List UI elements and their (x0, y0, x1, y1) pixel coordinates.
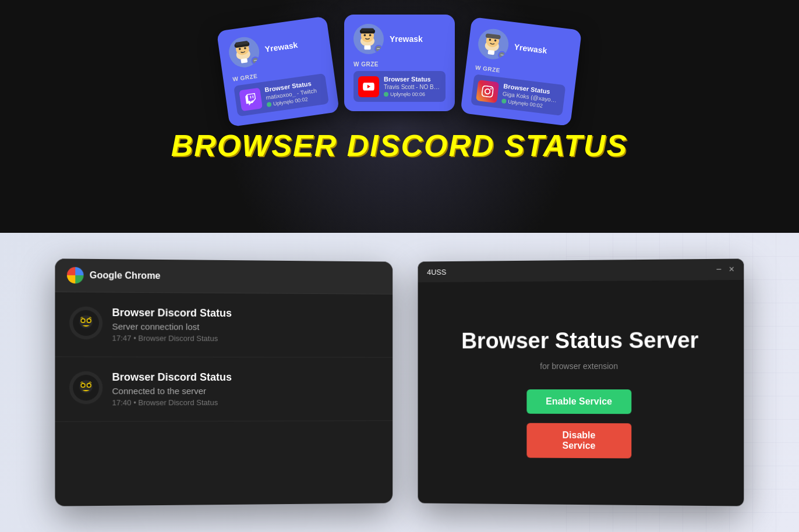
minimize-button[interactable]: − (716, 265, 722, 274)
svg-rect-23 (487, 50, 494, 55)
card-username-3: Yrewask (514, 42, 547, 55)
card-avatar-2 (353, 24, 384, 54)
chrome-header: Google Chrome (55, 258, 393, 295)
svg-point-35 (82, 384, 84, 387)
server-app-name: 4USS (427, 267, 446, 276)
titlebar-controls: − × (716, 265, 734, 274)
main-title: BROWSER DISCORD STATUS (171, 128, 628, 163)
chrome-header-title: Google Chrome (90, 270, 161, 281)
notif-icon-1 (69, 306, 102, 339)
close-button[interactable]: × (729, 265, 734, 274)
discord-card-2: Yrewask W GRZE Browser Status Travis Sco… (344, 15, 455, 111)
time-dot-2 (384, 92, 388, 97)
status-badge-3 (497, 51, 507, 60)
svg-rect-15 (361, 28, 374, 31)
server-main-title: Browser Status Server (461, 327, 698, 354)
notification-item-2: Browser Discord Status Connected to the … (55, 357, 393, 421)
twitch-icon (239, 87, 263, 111)
notif-meta-1: 17:47 • Browser Discord Status (112, 334, 379, 343)
notif-message-2: Connected to the server (112, 386, 379, 396)
chrome-panel: Google Chrome Browser Disco (55, 258, 393, 506)
notif-content-1: Browser Discord Status Server connection… (112, 307, 379, 343)
notif-title-2: Browser Discord Status (112, 371, 379, 384)
svg-point-36 (87, 384, 90, 387)
svg-point-13 (369, 34, 372, 37)
time-dot-1 (267, 102, 272, 107)
activity-info-1: Browser Status matixoxoo_ - Twitch Upłyn… (264, 79, 324, 108)
card-username-1: Yrewask (264, 40, 299, 54)
card-avatar-row-1: Yrewask (227, 27, 323, 69)
card-activity-3: Browser Status Giga Koks (@xayoo777... U… (471, 74, 565, 116)
notification-item-1: Browser Discord Status Server connection… (55, 292, 393, 357)
time-dot-3 (501, 98, 507, 104)
activity-time-2: Upłynęło 00:06 (384, 91, 441, 97)
server-body: Browser Status Server for browser extens… (418, 280, 744, 506)
svg-point-29 (82, 319, 84, 322)
instagram-icon (476, 80, 499, 103)
youtube-icon (358, 76, 379, 97)
svg-rect-16 (364, 45, 370, 49)
disable-service-button[interactable]: Disable Service (526, 423, 631, 459)
activity-subtitle-2: Travis Scott - NO BYST... (384, 84, 441, 90)
discord-card-1: Yrewask W GRZE Browser Status matixoxoo_… (217, 16, 340, 127)
card-avatar-row-2: Yrewask (353, 24, 446, 54)
card-avatar-row-3: Yrewask (476, 27, 571, 69)
notif-title-1: Browser Discord Status (112, 307, 379, 320)
activity-info-2: Browser Status Travis Scott - NO BYST...… (384, 76, 441, 97)
enable-service-button[interactable]: Enable Service (526, 389, 631, 414)
svg-rect-8 (241, 58, 248, 63)
server-subtitle: for browser extension (540, 361, 618, 371)
server-panel: 4USS − × Browser Status Server for brows… (418, 258, 744, 506)
card-avatar-1 (227, 35, 261, 69)
card-activity-2: Browser Status Travis Scott - NO BYST...… (353, 71, 446, 102)
card-game-label-2: W GRZE (353, 61, 446, 68)
bottom-section: Google Chrome Browser Disco (0, 233, 799, 532)
card-avatar-3 (476, 27, 510, 61)
chrome-icon (67, 267, 84, 284)
discord-cards-row: Yrewask W GRZE Browser Status matixoxoo_… (222, 17, 577, 114)
activity-title-2: Browser Status (384, 76, 441, 83)
notif-content-2: Browser Discord Status Connected to the … (112, 371, 379, 407)
notif-meta-2: 17:40 • Browser Discord Status (112, 398, 379, 407)
server-titlebar: 4USS − × (418, 258, 744, 282)
notif-message-1: Server connection lost (112, 321, 379, 332)
svg-point-12 (364, 34, 366, 37)
status-badge-2 (374, 45, 383, 53)
top-section: Yrewask W GRZE Browser Status matixoxoo_… (0, 0, 799, 233)
activity-info-3: Browser Status Giga Koks (@xayoo777... U… (501, 82, 561, 111)
discord-card-3: Yrewask W GRZE Browser Status Giga Koks … (460, 17, 582, 126)
notif-icon-2 (69, 371, 102, 405)
svg-point-30 (87, 319, 90, 322)
card-username-2: Yrewask (390, 34, 423, 44)
